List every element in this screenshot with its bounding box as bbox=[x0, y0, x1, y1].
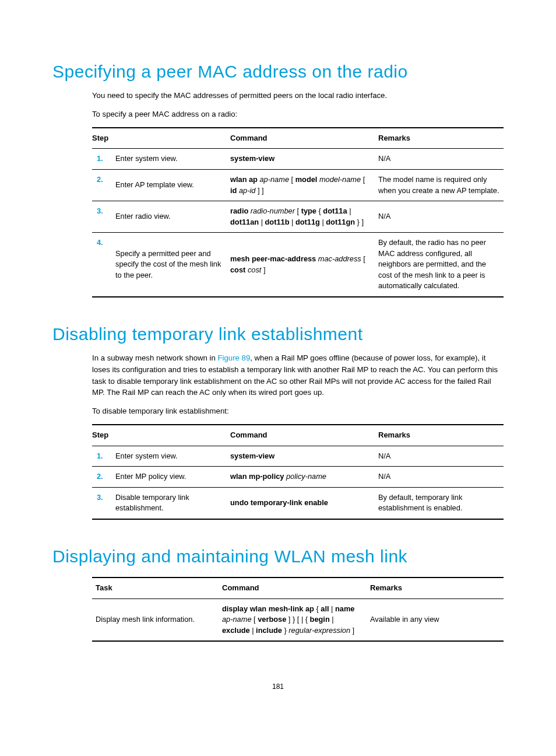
remarks-cell: By default, temporary link establishment… bbox=[378, 487, 504, 519]
page-number: 181 bbox=[52, 682, 504, 691]
table-row: 2. Enter MP policy view. wlan mp-policy … bbox=[92, 467, 504, 488]
section2-p2: To disable temporary link establishment: bbox=[92, 405, 504, 417]
section2-p1: In a subway mesh network shown in Figure… bbox=[92, 352, 504, 398]
table-row: 3. Disable temporary link establishment.… bbox=[92, 487, 504, 519]
step-desc: Enter system view. bbox=[115, 446, 230, 467]
task-cell: Display mesh link information. bbox=[92, 598, 222, 641]
figure-link[interactable]: Figure 89 bbox=[218, 354, 251, 362]
col-remarks: Remarks bbox=[378, 128, 504, 149]
step-number: 1. bbox=[92, 446, 115, 467]
section1-p1: You need to specify the MAC addresses of… bbox=[92, 90, 504, 102]
col-remarks: Remarks bbox=[370, 578, 504, 598]
remarks-cell: N/A bbox=[378, 201, 504, 233]
col-command: Command bbox=[230, 128, 378, 149]
step-desc: Enter MP policy view. bbox=[115, 467, 230, 488]
step-desc: Specify a permitted peer and specify the… bbox=[115, 233, 230, 297]
col-command: Command bbox=[230, 425, 378, 446]
col-command: Command bbox=[222, 578, 370, 598]
col-task: Task bbox=[92, 578, 222, 598]
table-disable-temp-link: Step Command Remarks 1. Enter system vie… bbox=[92, 424, 504, 520]
remarks-cell: The model name is required only when you… bbox=[378, 169, 504, 201]
remarks-cell: Available in any view bbox=[370, 598, 504, 641]
table-row: 4. Specify a permitted peer and specify … bbox=[92, 233, 504, 297]
step-number: 4. bbox=[92, 233, 115, 297]
section2-intro: In a subway mesh network shown in Figure… bbox=[92, 352, 504, 417]
table-row: 1. Enter system view. system-view N/A bbox=[92, 446, 504, 467]
step-desc: Enter system view. bbox=[115, 149, 230, 170]
command-cell: mesh peer-mac-address mac-address [ cost… bbox=[230, 233, 378, 297]
table-row: Display mesh link information. display w… bbox=[92, 598, 504, 641]
table-display-mesh-link: Task Command Remarks Display mesh link i… bbox=[92, 577, 504, 642]
section1-intro: You need to specify the MAC addresses of… bbox=[92, 90, 504, 120]
col-step: Step bbox=[92, 128, 230, 149]
step-number: 3. bbox=[92, 487, 115, 519]
document-page: Specifying a peer MAC address on the rad… bbox=[0, 0, 556, 714]
remarks-cell: N/A bbox=[378, 467, 504, 488]
step-desc: Enter radio view. bbox=[115, 201, 230, 233]
step-desc: Enter AP template view. bbox=[115, 169, 230, 201]
remarks-cell: N/A bbox=[378, 446, 504, 467]
step-number: 2. bbox=[92, 467, 115, 488]
table-row: 3. Enter radio view. radio radio-number … bbox=[92, 201, 504, 233]
col-remarks: Remarks bbox=[378, 425, 504, 446]
heading-disabling-temp-link: Disabling temporary link establishment bbox=[52, 324, 504, 344]
table-row: 2. Enter AP template view. wlan ap ap-na… bbox=[92, 169, 504, 201]
command-cell: wlan mp-policy policy-name bbox=[230, 467, 378, 488]
heading-specifying-peer-mac: Specifying a peer MAC address on the rad… bbox=[52, 62, 504, 82]
command-cell: display wlan mesh-link ap { all | name a… bbox=[222, 598, 370, 641]
step-desc: Disable temporary link establishment. bbox=[115, 487, 230, 519]
command-cell: system-view bbox=[230, 149, 378, 170]
step-number: 2. bbox=[92, 169, 115, 201]
step-number: 3. bbox=[92, 201, 115, 233]
table-row: 1. Enter system view. system-view N/A bbox=[92, 149, 504, 170]
command-cell: wlan ap ap-name [ model model-name [ id … bbox=[230, 169, 378, 201]
command-cell: undo temporary-link enable bbox=[230, 487, 378, 519]
command-cell: system-view bbox=[230, 446, 378, 467]
remarks-cell: By default, the radio has no peer MAC ad… bbox=[378, 233, 504, 297]
heading-displaying-wlan-mesh: Displaying and maintaining WLAN mesh lin… bbox=[52, 547, 504, 566]
step-number: 1. bbox=[92, 149, 115, 170]
table-peer-mac-steps: Step Command Remarks 1. Enter system vie… bbox=[92, 127, 504, 298]
col-step: Step bbox=[92, 425, 230, 446]
remarks-cell: N/A bbox=[378, 149, 504, 170]
section1-p2: To specify a peer MAC address on a radio… bbox=[92, 108, 504, 120]
command-cell: radio radio-number [ type { dot11a | dot… bbox=[230, 201, 378, 233]
